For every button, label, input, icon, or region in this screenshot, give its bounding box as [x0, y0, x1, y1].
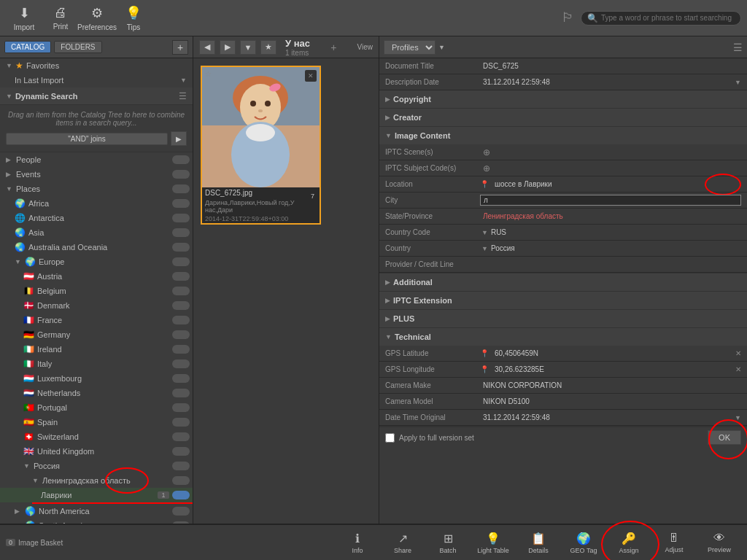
europe-slider[interactable] [172, 257, 190, 266]
lavrikki-slider[interactable] [172, 491, 190, 499]
germany-slider[interactable] [172, 330, 190, 339]
italy-slider[interactable] [172, 359, 190, 368]
belgium-slider[interactable] [172, 287, 190, 295]
folders-button[interactable]: FOLDERS [54, 41, 101, 53]
dynamic-search-header[interactable]: ▼ Dynamic Search ☰ [0, 88, 193, 105]
people-slider[interactable] [172, 155, 190, 164]
sidebar-item-spain[interactable]: 🇪🇸 Spain [0, 415, 193, 429]
light-table-button[interactable]: 💡 Light Table [471, 526, 515, 559]
view-button[interactable]: View [357, 43, 373, 51]
sidebar-item-australia[interactable]: 🌏 Australia and Oceania [0, 240, 193, 254]
ireland-slider[interactable] [172, 345, 190, 354]
share-button[interactable]: ↗ Share [381, 526, 425, 559]
geo-tag-button[interactable]: 🌍 GEO Tag [562, 526, 605, 559]
sidebar-item-uk[interactable]: 🇬🇧 United Kingdom [0, 444, 193, 459]
africa-slider[interactable] [172, 199, 190, 208]
add-catalog-button[interactable]: + [172, 40, 188, 55]
preview-button[interactable]: 👁 Preview [697, 526, 741, 559]
netherlands-slider[interactable] [172, 389, 190, 397]
austria-slider[interactable] [172, 272, 190, 281]
catalog-button[interactable]: CATALOG [4, 41, 51, 53]
iptc-scenes-add[interactable]: ⊕ [483, 147, 490, 158]
gps-lon-clear[interactable]: ✕ [735, 365, 741, 373]
sidebar-item-italy[interactable]: 🇮🇹 Italy [0, 357, 193, 371]
france-slider[interactable] [172, 316, 190, 324]
sidebar-item-antarctica[interactable]: 🌐 Antarctica [0, 211, 193, 225]
sidebar-item-south-america[interactable]: ▶ 🌎 South America [0, 518, 193, 524]
creator-header[interactable]: ▶ Creator [379, 109, 747, 126]
country-dropdown[interactable]: ▼ [481, 245, 488, 252]
apply-checkbox[interactable] [385, 433, 395, 443]
sidebar-item-ireland[interactable]: 🇮🇪 Ireland [0, 342, 193, 357]
details-button[interactable]: 📋 Details [516, 526, 560, 559]
sidebar-item-netherlands[interactable]: 🇳🇱 Netherlands [0, 386, 193, 400]
denmark-slider[interactable] [172, 301, 190, 310]
dynamic-search-menu-icon[interactable]: ☰ [179, 91, 187, 101]
date-time-dropdown[interactable]: ▼ [735, 414, 741, 421]
uk-slider[interactable] [172, 447, 190, 456]
profiles-dropdown-icon[interactable]: ▼ [438, 44, 445, 51]
country-code-dropdown[interactable]: ▼ [481, 229, 488, 236]
batch-button[interactable]: ⊞ Batch [426, 526, 470, 559]
sidebar-item-denmark[interactable]: 🇩🇰 Denmark [0, 298, 193, 313]
sidebar-item-people[interactable]: ▶ People [0, 152, 193, 167]
city-input[interactable] [480, 195, 741, 206]
tips-button[interactable]: 💡 Tips [115, 2, 152, 34]
sidebar-item-luxembourg[interactable]: 🇱🇺 Luxembourg [0, 371, 193, 386]
sidebar-item-germany[interactable]: 🇩🇪 Germany [0, 327, 193, 342]
play-button[interactable]: ▶ [171, 131, 187, 146]
portugal-slider[interactable] [172, 403, 190, 412]
ok-button[interactable]: OK [708, 430, 741, 445]
sidebar-item-places[interactable]: ▼ Places [0, 182, 193, 196]
sidebar-item-belgium[interactable]: 🇧🇪 Belgium [0, 284, 193, 298]
iptc-ext-header[interactable]: ▶ IPTC Extension [379, 292, 747, 309]
sidebar-item-north-america[interactable]: ▶ 🌎 North America [0, 504, 193, 518]
back-button[interactable]: ◀ [199, 40, 215, 55]
assign-button[interactable]: 🔑 Assign [607, 526, 651, 559]
sidebar-item-last-import[interactable]: In Last Import ▼ [0, 73, 193, 88]
sidebar-item-portugal[interactable]: 🇵🇹 Portugal [0, 400, 193, 415]
spain-slider[interactable] [172, 418, 190, 427]
sidebar-item-france[interactable]: 🇫🇷 France [0, 313, 193, 327]
sidebar-item-events[interactable]: ▶ Events [0, 167, 193, 182]
sidebar-item-favorites[interactable]: ▼ ★ Favorites [0, 58, 193, 73]
image-content-header[interactable]: ▼ Image Content [379, 127, 747, 144]
import-button[interactable]: ⬇ Import [6, 2, 42, 34]
star-filter-button[interactable]: ★ [260, 40, 276, 55]
search-input[interactable] [601, 14, 732, 22]
panel-menu-icon[interactable]: ☰ [733, 42, 743, 53]
copyright-header[interactable]: ▶ Copyright [379, 90, 747, 108]
luxembourg-slider[interactable] [172, 374, 190, 383]
sidebar-item-lavrikki[interactable]: Лаврики 1 [0, 488, 193, 502]
iptc-subject-add[interactable]: ⊕ [483, 163, 490, 174]
leningrad-slider[interactable] [172, 476, 190, 485]
sidebar-item-europe[interactable]: ▼ 🌍 Europe [0, 254, 193, 269]
photo-thumbnail[interactable]: ☆ ✕ [201, 66, 321, 225]
russia-slider[interactable] [172, 462, 190, 470]
preferences-button[interactable]: ⚙ Preferences [79, 2, 115, 34]
sidebar-item-austria[interactable]: 🇦🇹 Austria [0, 269, 193, 284]
plus-header[interactable]: ▶ PLUS [379, 310, 747, 327]
add-tab-button[interactable]: + [330, 42, 336, 53]
forward-button[interactable]: ▶ [220, 40, 236, 55]
gps-lat-clear[interactable]: ✕ [735, 349, 741, 357]
north-america-slider[interactable] [172, 507, 190, 516]
adjust-button[interactable]: 🎚 Adjust [652, 526, 696, 559]
sidebar-item-asia[interactable]: 🌏 Asia [0, 225, 193, 240]
sidebar-item-switzerland[interactable]: 🇨🇭 Switzerland [0, 429, 193, 444]
sidebar-item-africa[interactable]: 🌍 Africa [0, 196, 193, 211]
switzerland-slider[interactable] [172, 432, 190, 441]
and-joins-button[interactable]: "AND" joins [6, 133, 168, 145]
places-slider[interactable] [172, 184, 190, 193]
print-button[interactable]: 🖨 Print [42, 2, 79, 34]
technical-header[interactable]: ▼ Technical [379, 328, 747, 346]
additional-header[interactable]: ▶ Additional [379, 273, 747, 291]
info-button[interactable]: ℹ Info [336, 526, 379, 559]
description-date-dropdown[interactable]: ▼ [735, 79, 741, 86]
sidebar-item-russia[interactable]: ▼ Россия [0, 459, 193, 473]
events-slider[interactable] [172, 170, 190, 179]
australia-slider[interactable] [172, 243, 190, 252]
antarctica-slider[interactable] [172, 214, 190, 222]
sidebar-item-leningrad[interactable]: ▼ Ленинградская область [0, 473, 193, 488]
profiles-select[interactable]: Profiles [384, 40, 436, 55]
